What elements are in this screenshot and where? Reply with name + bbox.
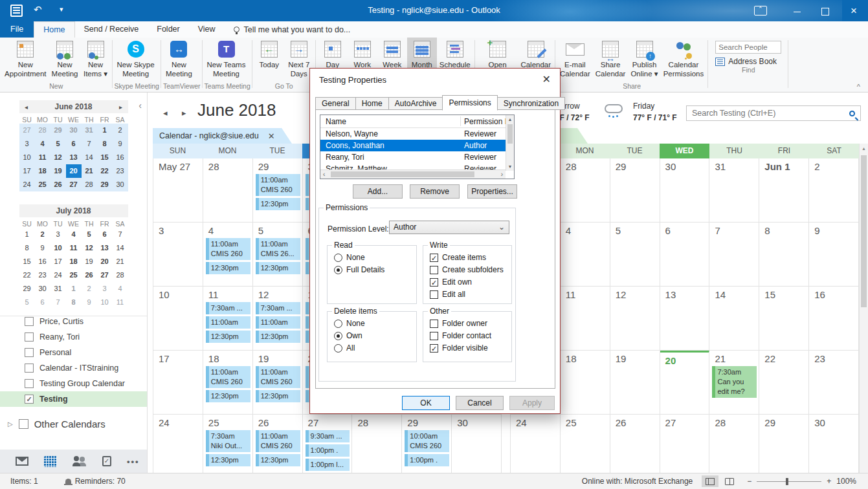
- mini-day[interactable]: 16: [35, 255, 50, 268]
- minimize-folder-pane-icon[interactable]: ‹: [139, 100, 142, 111]
- mini-day[interactable]: 27: [97, 268, 113, 282]
- calendar-day-cell[interactable]: 28: [203, 158, 253, 223]
- calendar-day-cell[interactable]: 24: [511, 415, 561, 473]
- calendar-event[interactable]: 12:30pm: [256, 390, 300, 402]
- permissions-list[interactable]: Name Permission Lev Nelson, WayneReviewe…: [320, 114, 515, 179]
- calendar-event[interactable]: 12:30pm: [256, 262, 300, 274]
- reading-view-button[interactable]: [721, 475, 738, 487]
- menu-tab-send-receive[interactable]: Send / Receive: [75, 21, 148, 38]
- checkbox-create-subfolders[interactable]: [430, 266, 438, 274]
- people-icon[interactable]: [72, 456, 87, 466]
- mini-day[interactable]: 23: [35, 268, 50, 282]
- calendar-list-item-testing-group-calendar[interactable]: Testing Group Calendar: [0, 376, 147, 391]
- calendar-list-item-testing[interactable]: ✓Testing: [0, 391, 147, 407]
- calendar-day-cell[interactable]: 5: [610, 223, 660, 287]
- mini-day[interactable]: 6: [66, 137, 82, 151]
- mini-day[interactable]: 22: [97, 164, 113, 178]
- search-people-input[interactable]: [715, 41, 781, 54]
- calendar-search-box[interactable]: [686, 105, 861, 121]
- mini-day[interactable]: 25: [35, 178, 50, 191]
- address-book-button[interactable]: Address Book: [715, 57, 781, 66]
- mini-day[interactable]: 13: [66, 151, 82, 164]
- scrollbar-thumb[interactable]: [861, 155, 867, 307]
- mini-day[interactable]: 9: [113, 137, 128, 151]
- mini-day[interactable]: 19: [82, 255, 97, 268]
- mini-day[interactable]: 30: [35, 282, 50, 296]
- radio-own[interactable]: [334, 332, 342, 340]
- mini-day[interactable]: 8: [97, 137, 113, 151]
- option-edit-all[interactable]: Edit all: [430, 290, 511, 299]
- remove-button[interactable]: Remove: [410, 184, 460, 199]
- calendar-icon[interactable]: [44, 456, 57, 467]
- mini-day[interactable]: 17: [50, 255, 66, 268]
- mini-day[interactable]: 14: [113, 241, 128, 255]
- scroll-down-icon[interactable]: ▼: [506, 164, 514, 169]
- vertical-scrollbar[interactable]: ▲ ▼: [506, 115, 514, 171]
- mini-day[interactable]: 31: [50, 282, 66, 296]
- calendar-day-cell[interactable]: 20: [660, 351, 710, 415]
- properties-button[interactable]: Properties...: [467, 184, 517, 199]
- calendar-list-item-personal[interactable]: Personal: [0, 345, 147, 360]
- add-button[interactable]: Add...: [353, 184, 403, 199]
- calendar-day-cell[interactable]: 28: [709, 415, 759, 473]
- calendar-day-cell[interactable]: 15: [759, 287, 809, 351]
- calendar-checkbox[interactable]: [25, 379, 34, 388]
- calendar-day-cell[interactable]: 7: [709, 223, 759, 287]
- calendar-list-item-price-curtis[interactable]: Price, Curtis: [0, 314, 147, 329]
- calendar-day-cell[interactable]: 17: [153, 351, 203, 415]
- previous-month-icon[interactable]: ◂: [19, 103, 34, 111]
- calendar-tab-left[interactable]: Calendar - nglick@siue.edu ✕: [153, 128, 282, 144]
- mini-day[interactable]: 2: [82, 282, 97, 296]
- calendar-day-cell[interactable]: 117:30am ...11:00am12:30pm: [203, 287, 253, 351]
- mini-day[interactable]: 21: [113, 255, 128, 268]
- mini-day[interactable]: 8: [19, 241, 35, 255]
- option-all[interactable]: All: [334, 343, 416, 353]
- mini-day[interactable]: 20: [66, 164, 82, 178]
- calendar-day-cell[interactable]: 12: [610, 287, 660, 351]
- radio-full-details[interactable]: [334, 266, 342, 274]
- mini-day[interactable]: 3: [19, 137, 35, 151]
- calendar-event[interactable]: 11:00am CMIS 260: [256, 430, 300, 452]
- option-full-details[interactable]: Full Details: [334, 265, 416, 274]
- checkbox-edit-own[interactable]: ✓: [430, 278, 438, 287]
- calendar-event[interactable]: 12:30pm: [206, 262, 250, 274]
- scroll-left-icon[interactable]: ‹: [323, 170, 325, 179]
- mini-day[interactable]: 23: [113, 164, 128, 178]
- mini-day[interactable]: 5: [19, 296, 35, 309]
- checkbox-folder-contact[interactable]: [430, 332, 438, 340]
- mini-day[interactable]: 10: [19, 151, 35, 164]
- calendar-event[interactable]: 1:00pm l...: [306, 459, 350, 471]
- ribbon-new-meeting[interactable]: New Meeting: [49, 38, 81, 82]
- dialog-tab-general[interactable]: General: [315, 97, 356, 110]
- mini-day[interactable]: 4: [113, 282, 128, 296]
- mini-day[interactable]: 12: [82, 241, 97, 255]
- mini-day[interactable]: 20: [97, 255, 113, 268]
- ribbon-e-mail-calendar[interactable]: E-mail Calendar: [557, 38, 593, 82]
- calendar-event[interactable]: 12:30pm: [256, 454, 300, 466]
- calendar-event[interactable]: 11:00am CMIS 260: [206, 238, 250, 260]
- calendar-event[interactable]: 7:30am Can you edit me?: [712, 366, 757, 398]
- option-folder-contact[interactable]: Folder contact: [430, 331, 511, 340]
- ribbon-new-items[interactable]: New Items ▾: [81, 38, 111, 82]
- mini-day[interactable]: 15: [97, 151, 113, 164]
- calendar-event[interactable]: 11:00am CMIS 260: [206, 366, 250, 388]
- dialog-tab-autoarchive[interactable]: AutoArchive: [388, 97, 443, 110]
- mini-day[interactable]: 15: [19, 255, 35, 268]
- calendar-checkbox[interactable]: ✓: [25, 395, 34, 404]
- mini-day[interactable]: 13: [97, 241, 113, 255]
- permission-list-row[interactable]: Reany, ToriReviewer: [320, 151, 506, 163]
- calendar-event[interactable]: 12:30pm: [256, 331, 300, 343]
- calendar-day-cell[interactable]: 1811:00am CMIS 26012:30pm: [203, 351, 253, 415]
- reminders-status[interactable]: Reminders: 70: [65, 477, 126, 486]
- mini-day[interactable]: 11: [66, 241, 82, 255]
- option-own[interactable]: Own: [334, 331, 416, 340]
- calendar-day-cell[interactable]: 217:30am Can you edit me?: [709, 351, 759, 415]
- calendar-event[interactable]: 10:00am CMIS 260: [405, 430, 449, 452]
- other-calendars-checkbox[interactable]: [19, 419, 28, 429]
- mini-day[interactable]: 10: [97, 296, 113, 309]
- ribbon-new-skype-meeting[interactable]: New Skype Meeting: [115, 38, 157, 82]
- calendar-day-cell[interactable]: 11: [561, 287, 610, 351]
- ribbon-share-calendar[interactable]: Share Calendar: [593, 38, 629, 82]
- other-calendars-group[interactable]: ▷ Other Calendars: [8, 418, 147, 429]
- zoom-in-icon[interactable]: +: [827, 477, 831, 486]
